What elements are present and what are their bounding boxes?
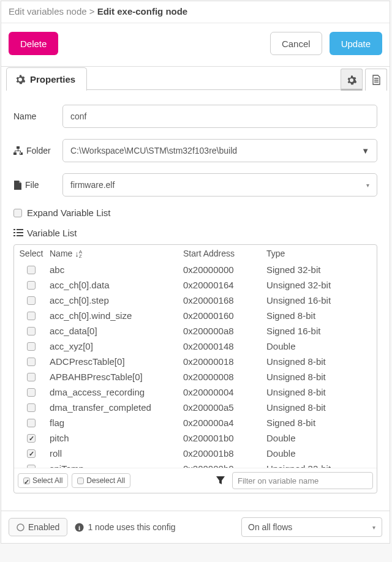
file-icon xyxy=(13,181,21,190)
row-name: acc_data[0] xyxy=(48,326,183,336)
row-addr: 0x20000164 xyxy=(183,280,262,290)
table-row: roll0x200001b8Double xyxy=(14,446,377,461)
row-addr: 0x200000a5 xyxy=(183,402,262,413)
breadcrumb: Edit variables node > Edit exe-config no… xyxy=(1,1,390,23)
row-checkbox[interactable] xyxy=(27,342,36,351)
folder-label: Folder xyxy=(13,146,62,155)
circle-icon xyxy=(17,523,24,531)
folder-value: C:\Workspace\MCU\STM\stm32f103re\build xyxy=(70,146,237,155)
table-row: acc_data[0]0x200000a8Signed 16-bit xyxy=(14,323,377,339)
delete-button[interactable]: Delete xyxy=(9,32,58,55)
row-checkbox[interactable] xyxy=(27,449,36,458)
expand-checkbox[interactable] xyxy=(13,209,22,217)
enabled-toggle[interactable]: Enabled xyxy=(9,518,67,536)
col-header-select[interactable]: Select xyxy=(14,249,48,258)
row-type: Signed 8-bit xyxy=(262,310,377,321)
row-checkbox[interactable] xyxy=(27,465,36,468)
row-checkbox[interactable] xyxy=(27,403,36,412)
name-input[interactable]: conf xyxy=(62,105,377,128)
folder-select[interactable]: C:\Workspace\MCU\STM\stm32f103re\build ▼ xyxy=(62,139,377,162)
row-addr: 0x200000a4 xyxy=(183,418,262,428)
breadcrumb-prev[interactable]: Edit variables node xyxy=(9,6,87,17)
row-name: APBAHBPrescTable[0] xyxy=(48,372,183,382)
table-row: ADCPrescTable[0]0x20000018Unsigned 8-bit xyxy=(14,354,377,369)
table-row: dma_access_recording0x20000004Unsigned 8… xyxy=(14,384,377,400)
svg-point-0 xyxy=(17,524,24,531)
tab-settings-button[interactable] xyxy=(341,69,363,91)
row-addr: 0x20000004 xyxy=(183,387,262,397)
tab-properties[interactable]: Properties xyxy=(6,67,87,91)
svg-text:i: i xyxy=(78,523,80,531)
col-header-name[interactable]: Name ↓AZ xyxy=(48,249,183,258)
sitemap-icon xyxy=(13,146,23,155)
gear-icon xyxy=(347,75,356,85)
row-checkbox[interactable] xyxy=(27,358,36,366)
config-usage-info: i 1 node uses this config xyxy=(75,522,175,532)
table-row: flag0x200000a4Signed 8-bit xyxy=(14,415,377,430)
row-name: abc xyxy=(48,264,183,275)
variable-list-table: Select Name ↓AZ Start Address Type abc0x… xyxy=(13,244,377,493)
chevron-down-icon: ▾ xyxy=(366,182,369,189)
col-header-type[interactable]: Type xyxy=(262,249,377,258)
row-name: flag xyxy=(48,418,183,428)
update-button[interactable]: Update xyxy=(330,32,382,55)
row-addr: 0x20000168 xyxy=(183,295,262,305)
select-all-button[interactable]: Select All xyxy=(18,473,68,488)
table-row: pitch0x200001b0Double xyxy=(14,430,377,446)
table-row: abc0x20000000Signed 32-bit xyxy=(14,262,377,277)
table-row: spiTemp0x200000b0Unsigned 32-bit xyxy=(14,461,377,468)
tab-label: Properties xyxy=(30,74,75,84)
flow-scope-select[interactable]: On all flows ▾ xyxy=(241,517,382,537)
row-name: roll xyxy=(48,448,183,459)
row-addr: 0x20000148 xyxy=(183,341,262,351)
row-name: spiTemp xyxy=(48,463,183,468)
info-icon: i xyxy=(75,523,84,532)
cancel-button[interactable]: Cancel xyxy=(270,32,322,55)
name-label: Name xyxy=(13,111,62,121)
table-row: acc_ch[0].data0x20000164Unsigned 32-bit xyxy=(14,277,377,293)
gear-icon xyxy=(15,75,25,84)
breadcrumb-current: Edit exe-config node xyxy=(97,6,188,17)
row-addr: 0x20000160 xyxy=(183,310,262,321)
deselect-all-button[interactable]: Deselect All xyxy=(72,473,130,488)
row-addr: 0x200000a8 xyxy=(183,326,262,336)
row-checkbox[interactable] xyxy=(27,281,36,290)
file-label: File xyxy=(13,180,62,190)
row-checkbox[interactable] xyxy=(27,296,36,305)
row-type: Double xyxy=(262,448,377,459)
row-type: Unsigned 8-bit xyxy=(262,372,377,382)
row-type: Signed 16-bit xyxy=(262,326,377,336)
file-select[interactable]: firmware.elf ▾ xyxy=(62,173,377,197)
chevron-down-icon: ▼ xyxy=(361,146,369,155)
variable-list-label: Variable List xyxy=(13,228,377,238)
row-type: Unsigned 8-bit xyxy=(262,387,377,397)
row-checkbox[interactable] xyxy=(27,327,36,335)
row-checkbox[interactable] xyxy=(27,266,36,274)
col-header-addr[interactable]: Start Address xyxy=(183,249,262,258)
uncheck-icon xyxy=(77,478,84,484)
row-addr: 0x200000b0 xyxy=(183,463,262,468)
row-addr: 0x20000008 xyxy=(183,372,262,382)
row-type: Double xyxy=(262,341,377,351)
row-name: dma_transfer_completed xyxy=(48,402,183,413)
chevron-down-icon: ▾ xyxy=(372,524,375,531)
row-checkbox[interactable] xyxy=(27,434,36,443)
document-icon xyxy=(372,75,381,85)
table-row: acc_ch[0].step0x20000168Unsigned 16-bit xyxy=(14,293,377,308)
row-type: Unsigned 16-bit xyxy=(262,295,377,305)
row-addr: 0x20000000 xyxy=(183,264,262,275)
row-checkbox[interactable] xyxy=(27,388,36,397)
filter-icon xyxy=(213,476,228,485)
row-type: Unsigned 8-bit xyxy=(262,402,377,413)
filter-input[interactable]: Filter on variable name xyxy=(232,472,373,489)
row-addr: 0x200001b0 xyxy=(183,433,262,443)
check-icon xyxy=(23,478,30,484)
row-checkbox[interactable] xyxy=(27,312,36,320)
table-row: dma_transfer_completed0x200000a5Unsigned… xyxy=(14,400,377,415)
row-checkbox[interactable] xyxy=(27,419,36,427)
row-name: pitch xyxy=(48,433,183,443)
tab-doc-button[interactable] xyxy=(365,69,387,91)
row-name: dma_access_recording xyxy=(48,387,183,397)
row-name: acc_ch[0].wind_size xyxy=(48,310,183,321)
row-checkbox[interactable] xyxy=(27,373,36,381)
